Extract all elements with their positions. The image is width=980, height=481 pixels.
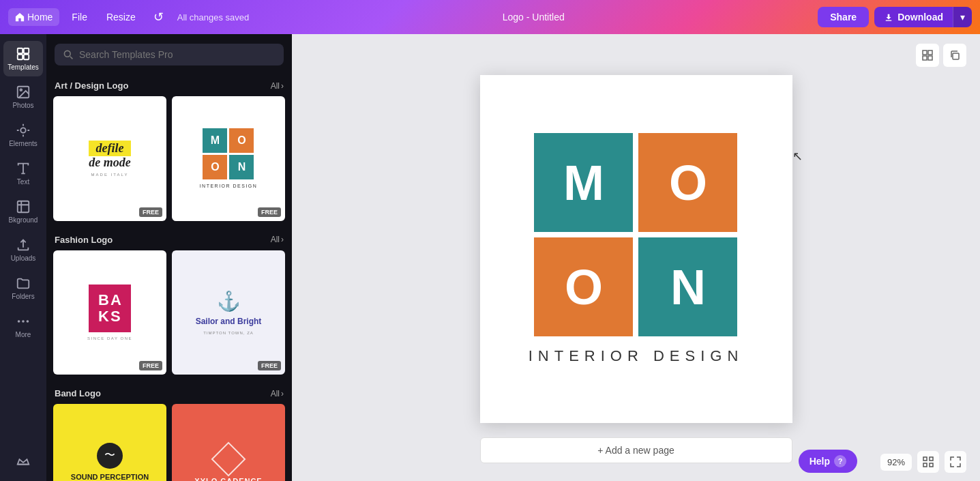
svg-rect-14 (928, 50, 932, 55)
fashion-grid: B A K S SINCE DAY ONE FREE ⚓ Sailor and … (53, 250, 285, 375)
svg-point-9 (18, 320, 20, 323)
svg-rect-4 (24, 55, 29, 59)
template-card-art1[interactable]: defile de mode MADE ITALY FREE (53, 96, 166, 221)
band-grid: 〜 SOUND PERCEPTION ELECTRO POP XYLO CADE… (53, 404, 285, 481)
canvas-cell-N: N (638, 237, 737, 336)
templates-panel: Art / Design Logo All › defile de mode M… (46, 34, 292, 481)
resize-button[interactable]: Resize (100, 8, 143, 26)
svg-point-10 (22, 320, 25, 323)
cursor-indicator: ↖ (792, 149, 803, 164)
canvas-copy-button[interactable] (943, 44, 966, 67)
sidebar-item-uploads-label: Uploads (11, 254, 36, 262)
section-all-band[interactable]: All › (271, 389, 284, 398)
section-all-art[interactable]: All › (271, 81, 284, 91)
template-card-fashion1[interactable]: B A K S SINCE DAY ONE FREE (53, 250, 166, 375)
zoom-control: 92% (880, 454, 912, 471)
canvas-toolbar (916, 44, 966, 67)
svg-rect-0 (886, 20, 892, 20)
search-icon (63, 49, 74, 60)
search-input-wrap[interactable] (55, 44, 284, 65)
svg-point-6 (20, 89, 22, 91)
home-button[interactable]: Home (8, 8, 59, 26)
badge-free-art1: FREE (139, 207, 162, 217)
sailor-sub: TIMPTON TOWN, ZA (203, 331, 254, 335)
template-card-band1[interactable]: 〜 SOUND PERCEPTION ELECTRO POP (53, 404, 166, 481)
download-group: Download ▾ (874, 7, 972, 27)
search-bar (46, 34, 292, 72)
sidebar-item-photos[interactable]: Photos (3, 79, 43, 115)
svg-point-7 (20, 128, 25, 132)
sidebar-item-templates[interactable]: Templates (3, 41, 43, 76)
sidebar-item-photos-label: Photos (12, 102, 33, 109)
canvas-footer: 92% (880, 451, 966, 473)
expand-button[interactable] (945, 451, 966, 473)
chevron-right-icon-band: › (281, 389, 284, 398)
canvas-cell-O2: O (534, 237, 633, 336)
chevron-right-icon-fashion: › (281, 235, 284, 244)
help-label: Help (810, 456, 830, 467)
sidebar-item-folders[interactable]: Folders (3, 270, 43, 306)
sailor-name: Sailor and Bright (196, 317, 262, 326)
search-input[interactable] (79, 49, 276, 60)
sidebar-item-crown[interactable] (3, 448, 43, 474)
grid-view-button[interactable] (917, 451, 939, 473)
canvas-logo: M O O N INTERIOR DESIGN (529, 133, 744, 365)
canvas-cell-O1: O (638, 133, 737, 232)
svg-point-12 (64, 50, 70, 57)
canvas-layout-button[interactable] (916, 44, 939, 67)
template-card-fashion2[interactable]: ⚓ Sailor and Bright TIMPTON TOWN, ZA FRE… (172, 250, 285, 375)
svg-rect-20 (923, 463, 927, 467)
template-card-art2[interactable]: M O O N INTERIOR DESIGN FREE (172, 96, 285, 221)
svg-rect-19 (930, 457, 933, 461)
section-title-fashion: Fashion Logo (55, 235, 113, 245)
sidebar-item-elements-label: Elements (9, 140, 38, 147)
svg-rect-1 (18, 48, 23, 53)
svg-rect-8 (18, 201, 29, 213)
sidebar-item-uploads[interactable]: Uploads (3, 232, 43, 267)
section-title-art: Art / Design Logo (55, 81, 128, 91)
canvas-cell-M: M (534, 133, 633, 232)
badge-free-art2: FREE (258, 207, 281, 217)
section-all-fashion[interactable]: All › (271, 235, 284, 244)
band1-name: SOUND PERCEPTION (71, 473, 149, 481)
canvas-moon-grid: M O O N (534, 133, 737, 336)
svg-rect-13 (923, 50, 927, 55)
sidebar-item-text-label: Text (17, 178, 29, 186)
download-button[interactable]: Download (874, 7, 953, 27)
canvas-document[interactable]: M O O N INTERIOR DESIGN (480, 75, 792, 423)
home-label: Home (27, 12, 53, 23)
sidebar-item-background[interactable]: Bkground (3, 194, 43, 229)
band2-name: XYLO CADENCE (194, 477, 262, 481)
file-button[interactable]: File (65, 8, 94, 26)
templates-scroll: Art / Design Logo All › defile de mode M… (46, 72, 292, 481)
svg-rect-2 (24, 48, 29, 53)
help-button[interactable]: Help ? (799, 450, 857, 473)
sidebar-item-background-label: Bkground (9, 216, 38, 224)
svg-rect-17 (953, 53, 959, 59)
sidebar-item-more-label: More (16, 331, 31, 338)
sidebar-item-folders-label: Folders (12, 293, 34, 300)
template-card-band2[interactable]: XYLO CADENCE (172, 404, 285, 481)
sidebar-item-text[interactable]: Text (3, 156, 43, 191)
svg-point-11 (27, 320, 29, 323)
svg-rect-18 (923, 457, 927, 461)
canvas-area: M O O N INTERIOR DESIGN ↖ + Add a new pa… (292, 34, 980, 481)
add-page-button[interactable]: + Add a new page (480, 437, 792, 463)
main-area: Templates Photos Elements Text (0, 34, 980, 481)
section-header-fashion: Fashion Logo All › (53, 227, 285, 250)
sidebar-item-templates-label: Templates (8, 63, 39, 71)
share-button[interactable]: Share (818, 7, 869, 27)
sidebar-item-more[interactable]: More (3, 308, 43, 344)
question-icon: ? (834, 455, 846, 467)
svg-rect-16 (928, 56, 932, 60)
topbar: Home File Resize ↺ All changes saved Log… (0, 0, 980, 34)
document-title: Logo - Untitled (503, 12, 565, 23)
zoom-level: 92% (887, 457, 905, 467)
save-status: All changes saved (177, 12, 250, 23)
download-options-button[interactable]: ▾ (953, 7, 972, 27)
sidebar-item-elements[interactable]: Elements (3, 117, 43, 153)
undo-button[interactable]: ↺ (148, 6, 169, 28)
download-label: Download (897, 12, 943, 23)
canvas-subtitle: INTERIOR DESIGN (529, 347, 744, 365)
section-header-band: Band Logo All › (53, 380, 285, 404)
